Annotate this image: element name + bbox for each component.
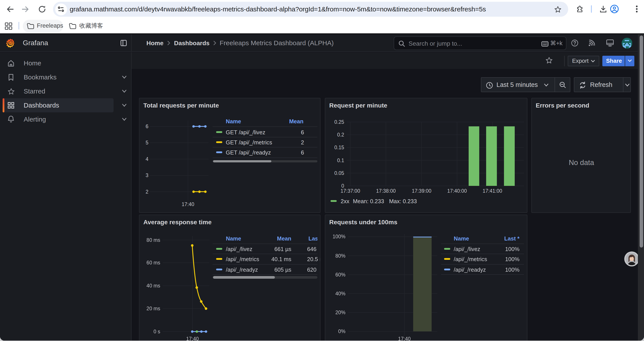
svg-text:17:40: 17:40 [182,201,194,207]
svg-text:17:40: 17:40 [186,336,198,340]
svg-text:0.1: 0.1 [337,158,344,163]
svg-text:17:40:00: 17:40:00 [447,188,467,194]
svg-text:2: 2 [145,189,148,195]
svg-text:0 s: 0 s [153,328,160,334]
svg-text:17:38:00: 17:38:00 [376,188,396,194]
svg-text:17:39:00: 17:39:00 [412,188,432,194]
svg-text:17:40: 17:40 [398,336,410,340]
svg-text:17:41:00: 17:41:00 [482,188,502,194]
svg-text:3: 3 [145,172,148,178]
svg-text:0.2: 0.2 [337,132,344,138]
svg-text:0.05: 0.05 [334,170,344,176]
svg-text:20 ms: 20 ms [146,305,160,311]
svg-text:40%: 40% [335,290,345,296]
svg-text:0.25: 0.25 [334,119,344,125]
svg-text:20%: 20% [335,309,345,315]
svg-text:17:37:00: 17:37:00 [340,188,360,194]
svg-text:40 ms: 40 ms [146,283,160,288]
svg-text:0.15: 0.15 [334,145,344,150]
svg-text:0%: 0% [338,328,345,334]
svg-text:4: 4 [145,156,148,162]
